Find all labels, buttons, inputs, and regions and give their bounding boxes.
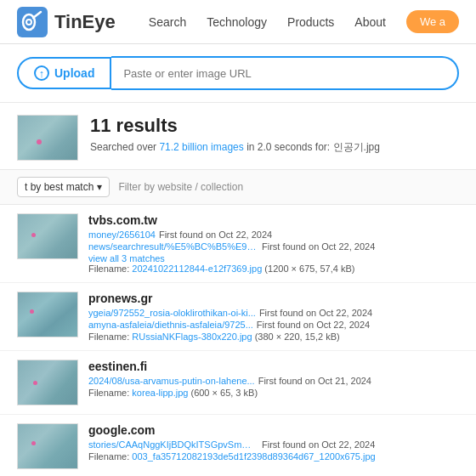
result-thumbnail: [17, 423, 78, 469]
result-details: tvbs.com.tw money/2656104 First found on…: [88, 213, 459, 274]
result-item: eestinen.fi 2024/08/usa-arvamus-putin-on…: [0, 351, 476, 415]
result-item: pronews.gr ygeia/972552_rosia-olokliroth…: [0, 283, 476, 351]
filename-label: Filename:: [88, 332, 129, 342]
result-row-1: 2024/08/usa-arvamus-putin-on-lahene... F…: [88, 376, 459, 386]
result-row-1: ygeia/972552_rosia-oloklirothikan-oi-ki.…: [88, 308, 459, 318]
result-thumbnail: [17, 292, 78, 337]
result-domain[interactable]: google.com: [88, 423, 459, 437]
url-input[interactable]: [111, 56, 459, 90]
upload-icon: ↑: [34, 65, 49, 81]
controls-bar: t by best match ▾ Filter by website / co…: [0, 169, 476, 205]
result-domain[interactable]: tvbs.com.tw: [88, 213, 459, 227]
result-details: eestinen.fi 2024/08/usa-arvamus-putin-on…: [88, 360, 459, 398]
thumb-dot: [30, 309, 34, 314]
filename-label: Filename:: [88, 264, 129, 274]
filename-link[interactable]: RUssiaNKFlags-380x220.jpg: [132, 332, 252, 342]
thumb-image: [18, 424, 77, 468]
result-row-1: stories/CAAqNggKIjBDQkITSGpvSmMzU... Fir…: [88, 439, 459, 450]
thumb-image: [18, 214, 77, 258]
result-row-2: news/searchresult/%E5%BC%B5%E9%8... Firs…: [88, 241, 459, 252]
result-date-2: First found on Oct 22, 2024: [262, 241, 375, 252]
search-bar: ↑ Upload: [0, 44, 476, 103]
result-url-1[interactable]: ygeia/972552_rosia-oloklirothikan-oi-ki.…: [88, 308, 256, 318]
file-info: (380 × 220, 15,2 kB): [255, 332, 340, 342]
thumb-dot: [33, 381, 37, 385]
meta-filename: 인공기.jpg: [333, 141, 380, 153]
view-all-link[interactable]: view all 3 matches: [88, 253, 459, 264]
sort-chevron-icon: ▾: [97, 181, 102, 193]
filter-label: Filter by website / collection: [118, 181, 243, 193]
result-date-1: First found on Oct 22, 2024: [159, 230, 272, 240]
sort-select[interactable]: t by best match ▾: [17, 177, 110, 197]
nav-about[interactable]: About: [354, 15, 386, 29]
filename-label: Filename:: [88, 451, 129, 462]
result-filename: Filename: RUssiaNKFlags-380x220.jpg (380…: [88, 332, 459, 342]
meta-count[interactable]: 71.2 billion images: [159, 141, 243, 153]
thumbnail-image: [18, 116, 77, 160]
results-meta: Searched over 71.2 billion images in 2.0…: [90, 140, 459, 155]
result-filename: Filename: 003_fa35712082193de5d1f2398d89…: [88, 451, 459, 462]
nav-search[interactable]: Search: [149, 15, 186, 29]
meta-suffix: in 2.0 seconds for:: [246, 141, 330, 153]
results-count: 11 results: [90, 115, 459, 137]
meta-prefix: Searched over: [90, 141, 156, 153]
cta-button[interactable]: We a: [406, 10, 459, 33]
nav-technology[interactable]: Technology: [207, 15, 267, 29]
sort-label: t by best match: [25, 181, 94, 193]
filename-link[interactable]: 20241022112844-e12f7369.jpg: [132, 264, 262, 274]
result-date-1: First found on Oct 22, 2024: [259, 308, 372, 318]
result-filename: Filename: 20241022112844-e12f7369.jpg (1…: [88, 264, 459, 274]
result-filename: Filename: korea-lipp.jpg (600 × 65, 3 kB…: [88, 388, 459, 398]
filename-link[interactable]: 003_fa35712082193de5d1f2398d89364d67_120…: [132, 451, 375, 462]
thumb-dot: [31, 233, 36, 237]
result-url-2[interactable]: news/searchresult/%E5%BC%B5%E9%8...: [88, 241, 258, 252]
main-nav: Search Technology Products About We a: [149, 10, 459, 33]
result-domain[interactable]: pronews.gr: [88, 292, 459, 305]
result-details: google.com stories/CAAqNggKIjBDQkITSGpvS…: [88, 423, 459, 462]
filename-link[interactable]: korea-lipp.jpg: [132, 388, 188, 398]
query-thumbnail: [17, 115, 78, 161]
logo-text: TinEye: [54, 11, 116, 33]
result-url-2[interactable]: amyna-asfaleia/diethnis-asfaleia/9725...: [88, 320, 253, 330]
results-header: 11 results Searched over 71.2 billion im…: [0, 103, 476, 169]
thumbnail-dot: [37, 139, 42, 144]
upload-button[interactable]: ↑ Upload: [17, 57, 111, 89]
result-row-1: money/2656104 First found on Oct 22, 202…: [88, 230, 459, 240]
result-url-1[interactable]: money/2656104: [88, 230, 156, 240]
results-info: 11 results Searched over 71.2 billion im…: [90, 115, 459, 155]
logo-area: TinEye: [17, 7, 116, 37]
result-row-2: amyna-asfaleia/diethnis-asfaleia/9725...…: [88, 320, 459, 330]
result-url-1[interactable]: stories/CAAqNggKIjBDQkITSGpvSmMzU...: [88, 439, 258, 450]
result-item: tvbs.com.tw money/2656104 First found on…: [0, 205, 476, 283]
result-url-1[interactable]: 2024/08/usa-arvamus-putin-on-lahene...: [88, 376, 255, 386]
result-date-1: First found on Oct 21, 2024: [258, 376, 371, 386]
file-info: (600 × 65, 3 kB): [190, 388, 258, 398]
result-item: google.com stories/CAAqNggKIjBDQkITSGpvS…: [0, 415, 476, 476]
result-domain[interactable]: eestinen.fi: [88, 360, 459, 373]
result-details: pronews.gr ygeia/972552_rosia-olokliroth…: [88, 292, 459, 342]
upload-label: Upload: [54, 66, 94, 80]
result-thumbnail: [17, 360, 78, 405]
thumb-image: [18, 360, 77, 405]
file-info: (1200 × 675, 57,4 kB): [264, 264, 354, 274]
thumb-dot: [31, 441, 36, 445]
tineye-logo-icon: [17, 7, 48, 37]
result-date-1: First found on Oct 22, 2024: [262, 439, 375, 450]
thumb-image: [18, 292, 77, 337]
results-list: tvbs.com.tw money/2656104 First found on…: [0, 205, 476, 476]
result-date-2: First found on Oct 22, 2024: [257, 320, 370, 330]
nav-products[interactable]: Products: [287, 15, 334, 29]
header: TinEye Search Technology Products About …: [0, 0, 476, 44]
result-thumbnail: [17, 213, 78, 259]
filename-label: Filename:: [88, 388, 129, 398]
